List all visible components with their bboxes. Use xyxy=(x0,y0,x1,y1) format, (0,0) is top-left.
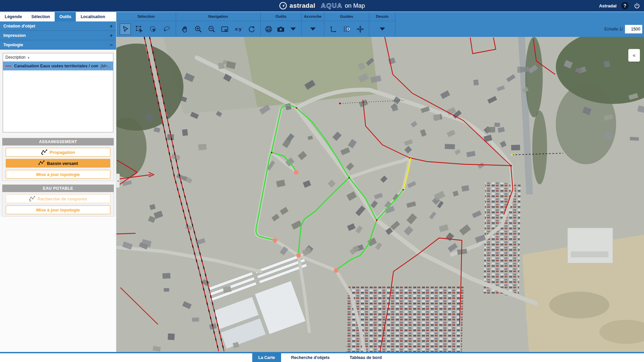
group-label: Guides xyxy=(324,12,369,21)
group-label: Accroche xyxy=(302,12,324,21)
tab-localisation[interactable]: Localisation xyxy=(76,12,110,21)
select-rectangle-icon[interactable] xyxy=(133,23,145,35)
sidebar-splitter-handle[interactable]: ◂ xyxy=(116,174,120,188)
scale-label: Echelle 1/ xyxy=(604,27,623,32)
recherche-coupures-button[interactable]: Recherche de coupures xyxy=(6,194,110,203)
button-label: Mise à jour topologie xyxy=(36,207,80,213)
left-panel: Légende Sélection Outils Localisation Cr… xyxy=(0,12,116,352)
column-header-label: Description xyxy=(5,55,25,60)
scale-control: Echelle 1/ xyxy=(604,21,644,37)
section-title: ASSAINISSEMENT xyxy=(2,138,114,145)
section-title: EAU POTABLE xyxy=(2,185,114,192)
group-label: Dessin xyxy=(369,12,395,21)
accordion-label: Impression xyxy=(3,33,26,38)
tab-recherche-objets[interactable]: Recherche d'objets xyxy=(285,353,336,362)
scale-input[interactable] xyxy=(625,25,642,34)
propagation-button[interactable]: Propagation xyxy=(6,148,110,157)
accordion-label: Topologie xyxy=(3,43,23,47)
select-cursor-icon[interactable] xyxy=(120,23,131,35)
tab-selection[interactable]: Sélection xyxy=(26,12,55,21)
select-circle-icon[interactable] xyxy=(148,23,159,35)
zoom-in-icon[interactable] xyxy=(193,23,204,35)
bottom-tab-bar: La Carte Recherche d'objets Tableau de b… xyxy=(0,352,644,362)
bassin-versant-button[interactable]: Bassin versant xyxy=(6,159,110,168)
pan-hand-icon[interactable] xyxy=(179,23,190,35)
group-label: Navigation xyxy=(176,12,260,21)
sidebar-empty-area xyxy=(0,217,116,352)
button-label: Mise à jour topologie xyxy=(36,172,80,177)
help-icon[interactable]: ? xyxy=(621,2,629,9)
toolbar-group-outils: Outils xyxy=(261,12,302,37)
list-column-header[interactable]: Description ▲ xyxy=(3,53,113,62)
group-label: Outils xyxy=(261,12,301,21)
topologie-panel: Description ▲ Canalisation Eaux usées te… xyxy=(0,50,116,134)
group-label: Sélection xyxy=(116,12,176,21)
section-eau-potable: EAU POTABLE Recherche de coupures Mise à… xyxy=(2,184,114,217)
toolbar-group-navigation: Navigation xyxy=(176,12,261,37)
user-name[interactable]: Astradal xyxy=(599,3,616,8)
toolbar-group-guides: Guides xyxy=(324,12,369,37)
expand-plus-icon: + xyxy=(110,23,113,29)
product-suffix: on Map xyxy=(345,2,365,9)
top-bar: astradal AQUA on Map Astradal ? xyxy=(0,0,644,12)
collapse-minus-icon: − xyxy=(110,42,113,48)
zoom-out-icon[interactable] xyxy=(206,23,217,35)
tab-legende[interactable]: Légende xyxy=(0,12,26,21)
print-icon[interactable] xyxy=(264,23,273,35)
map-toolbar: Sélection xyxy=(116,12,644,37)
dot-grid-icon[interactable] xyxy=(341,23,352,35)
list-item-canalisation[interactable]: Canalisation Eaux usées territoriales / … xyxy=(3,62,113,70)
section-assainissement: ASSAINISSEMENT Propagation Bassin versan… xyxy=(2,138,114,181)
accordion-creation-objet[interactable]: Création d'objet + xyxy=(0,21,116,31)
rotate-icon[interactable] xyxy=(246,23,257,35)
maj-topologie-eau-button[interactable]: Mise à jour topologie xyxy=(6,205,110,214)
screenshot-camera-icon[interactable] xyxy=(276,23,285,35)
power-icon[interactable] xyxy=(633,2,641,9)
network-trace-icon xyxy=(38,160,45,166)
tab-tableau-de-bord[interactable]: Tableau de bord xyxy=(344,353,388,362)
xy-coordinates-icon[interactable]: x:y xyxy=(233,23,244,35)
button-label: Propagation xyxy=(50,150,75,155)
topology-result-list: Description ▲ Canalisation Eaux usées te… xyxy=(3,53,113,132)
brand-name: astradal xyxy=(289,2,315,9)
dessin-dropdown-arrow-icon[interactable] xyxy=(377,23,388,35)
outils-dropdown-arrow-icon[interactable] xyxy=(288,23,298,35)
toolbar-group-selection: Sélection xyxy=(116,12,176,37)
move-cross-icon[interactable] xyxy=(355,23,366,35)
button-label: Bassin versant xyxy=(47,161,78,166)
list-item-id: (id=... xyxy=(101,64,111,68)
panel-tabs: Légende Sélection Outils Localisation xyxy=(0,12,116,21)
toolbar-group-accroche: Accroche xyxy=(302,12,324,37)
panel-collapse-button[interactable]: « xyxy=(628,49,640,62)
accordion-impression[interactable]: Impression + xyxy=(0,31,116,40)
expand-plus-icon: + xyxy=(110,33,113,38)
full-extent-icon[interactable] xyxy=(220,23,230,35)
map-viewport[interactable]: « ◂ xyxy=(116,37,644,352)
button-label: Recherche de coupures xyxy=(38,196,87,201)
sort-ascending-icon: ▲ xyxy=(27,56,30,59)
brand-area: astradal AQUA on Map xyxy=(0,2,644,10)
accordion-topologie[interactable]: Topologie − xyxy=(0,40,116,50)
network-trace-icon xyxy=(41,149,48,155)
line-color-swatch xyxy=(5,66,11,66)
map-canvas[interactable] xyxy=(116,37,644,352)
maj-topologie-assainissement-button[interactable]: Mise à jour topologie xyxy=(6,170,110,179)
app-window: astradal AQUA on Map Astradal ? Légende … xyxy=(0,0,644,362)
product-name: AQUA xyxy=(321,2,342,9)
tab-la-carte[interactable]: La Carte xyxy=(252,353,281,362)
tab-outils[interactable]: Outils xyxy=(55,12,76,21)
accroche-dropdown-arrow-icon[interactable] xyxy=(307,23,319,35)
list-item-label: Canalisation Eaux usées territoriales / … xyxy=(14,64,98,68)
accordion-label: Création d'objet xyxy=(3,24,35,28)
select-lasso-icon[interactable] xyxy=(161,23,172,35)
axes-icon[interactable] xyxy=(328,23,338,35)
toolbar-group-dessin: Dessin xyxy=(369,12,395,37)
network-trace-icon xyxy=(29,196,36,202)
brand-navigation-arrow-icon xyxy=(279,2,287,10)
